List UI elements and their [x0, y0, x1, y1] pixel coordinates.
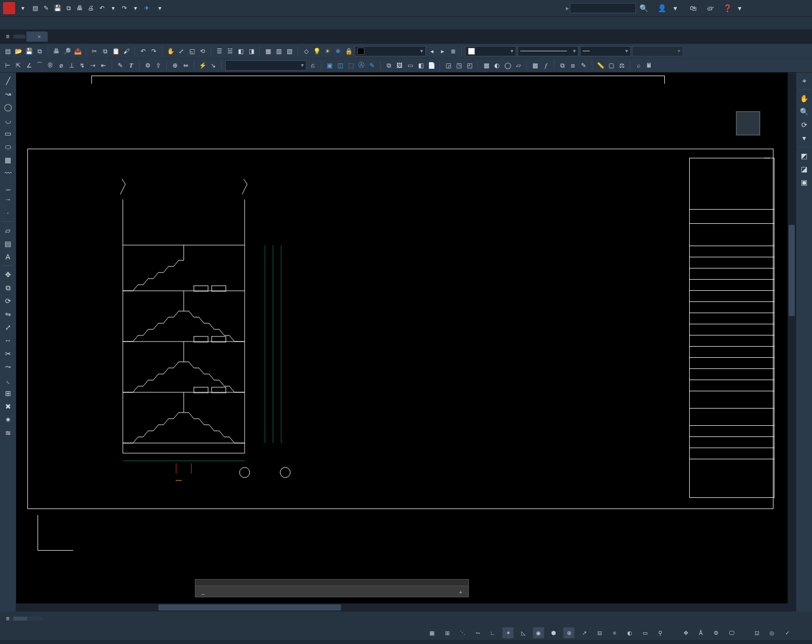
dim-angular-icon[interactable]: ∠ [24, 61, 33, 70]
move-icon[interactable]: ✥ [2, 268, 14, 281]
docwin-close-icon[interactable] [797, 19, 806, 28]
status-infer-icon[interactable]: ⋱ [457, 627, 468, 638]
status-dyn-icon[interactable]: ⥊ [472, 627, 483, 638]
field-icon[interactable]: 𝑓 [541, 61, 550, 70]
status-ducs-icon[interactable]: ↗ [579, 627, 590, 638]
scrollbar-v[interactable] [788, 73, 796, 612]
lineweight-combo[interactable]: ▾ [580, 46, 631, 56]
tab-model[interactable] [13, 617, 27, 621]
status-sc-icon[interactable]: ▭ [639, 627, 651, 638]
offset-icon[interactable]: ≋ [2, 427, 14, 439]
rb-matchprop-icon[interactable]: 🖌 [122, 47, 131, 56]
pline-icon[interactable]: ↝ [2, 88, 14, 100]
close-button[interactable] [791, 1, 809, 15]
rb-save-icon[interactable]: 💾 [24, 47, 33, 56]
status-mode-label[interactable] [416, 632, 422, 634]
status-grid-icon[interactable]: ▦ [426, 627, 437, 638]
dim-arc-icon[interactable]: ⌒ [35, 61, 44, 70]
help-icon[interactable]: ❓ [723, 4, 732, 13]
color-combo[interactable]: ▾ [465, 46, 516, 56]
rb-tpal3-icon[interactable]: ▧ [285, 47, 294, 56]
menu-help[interactable] [126, 22, 136, 25]
spline-icon[interactable]: 〰 [2, 167, 14, 179]
qat-saveall-icon[interactable]: ⧉ [64, 4, 73, 13]
status-hw-icon[interactable]: ⊡ [751, 627, 762, 638]
rb-zoomwin-icon[interactable]: ◱ [187, 47, 196, 56]
dim-dia-icon[interactable]: ⌀ [56, 61, 65, 70]
nav-a2-icon[interactable]: ◪ [798, 163, 810, 175]
rb-publish-icon[interactable]: 📤 [73, 47, 82, 56]
rb-zoomext-icon[interactable]: ⤢ [177, 47, 186, 56]
cart-icon[interactable]: 🛍 [689, 4, 698, 13]
rb-zoomprev-icon[interactable]: ⟲ [198, 47, 207, 56]
rb-tpal1-icon[interactable]: ▦ [263, 47, 273, 56]
qat-redo-icon[interactable]: ↷ [120, 4, 129, 13]
groupedit-icon[interactable]: ✎ [579, 61, 588, 70]
rb-pan-icon[interactable]: ✋ [166, 47, 175, 56]
region2-icon[interactable]: ▱ [2, 224, 14, 236]
battre-icon[interactable]: ✎ [367, 61, 377, 70]
rectangle-icon[interactable]: ▭ [2, 127, 14, 140]
point-icon[interactable]: · [2, 207, 14, 219]
arc-icon[interactable]: ◡ [2, 114, 14, 126]
menu-view[interactable] [25, 22, 36, 25]
dim-style-icon[interactable]: ⚙ [143, 61, 152, 70]
qat-new-icon[interactable]: ▤ [30, 4, 40, 13]
viewcube[interactable] [723, 103, 773, 154]
status-osnap-icon[interactable]: ◉ [533, 627, 544, 638]
help-dd-icon[interactable]: ▾ [735, 4, 744, 13]
dim-linear-icon[interactable]: ⊢ [3, 61, 12, 70]
qat-undo-icon[interactable]: ↶ [97, 4, 107, 13]
table-icon[interactable]: ▦ [530, 61, 539, 70]
line-icon[interactable]: ╱ [2, 75, 14, 87]
status-mon-icon[interactable]: 🖵 [726, 627, 737, 638]
search-input[interactable] [570, 3, 636, 13]
ref2-icon[interactable]: ◳ [454, 61, 463, 70]
copy2-icon[interactable]: ⧉ [2, 282, 14, 294]
array2-icon[interactable]: ⊞ [2, 387, 14, 399]
login-dd-icon[interactable]: ▾ [670, 4, 680, 13]
qcalc-icon[interactable]: 🖩 [645, 61, 654, 70]
status-cfg-icon[interactable] [797, 627, 808, 638]
maximize-button[interactable] [771, 1, 790, 15]
cmd-up-icon[interactable]: ▴ [456, 587, 465, 596]
menu-modify[interactable] [92, 22, 103, 25]
docwin-min-icon[interactable] [774, 19, 784, 28]
status-decimal[interactable] [741, 632, 747, 634]
viewcube-top[interactable] [736, 111, 760, 135]
dim-cont-icon[interactable]: ⇢ [88, 61, 97, 70]
dim-jog-icon[interactable]: ↯ [78, 61, 87, 70]
insert-block-icon[interactable]: ▣ [325, 61, 334, 70]
rb-props-icon[interactable]: ☰ [215, 47, 224, 56]
ref3-icon[interactable]: ◰ [465, 61, 474, 70]
scrollbar-h[interactable] [16, 603, 788, 612]
dim-aligned-icon[interactable]: ⇱ [14, 61, 23, 70]
dim-radius-icon[interactable]: ® [46, 61, 55, 70]
erase-icon[interactable]: ✖ [2, 400, 14, 413]
extend-icon[interactable]: ⤳ [2, 361, 14, 373]
mldstyle-icon[interactable]: ⎌ [308, 61, 317, 70]
menu-draw[interactable] [70, 22, 80, 25]
navbar-wheel-icon[interactable]: ⌖ [798, 75, 810, 87]
status-snap-icon[interactable]: ⊞ [442, 627, 453, 638]
dim-ord-icon[interactable]: ⊥ [67, 61, 76, 70]
status-ortho-icon[interactable]: ∟ [487, 627, 498, 638]
rb-saveas-icon[interactable]: ⧉ [35, 47, 44, 56]
qselect-icon[interactable]: ⌕ [634, 61, 643, 70]
menu-express[interactable] [137, 22, 147, 25]
rb-copy-icon[interactable]: ⧉ [100, 47, 110, 56]
search-icon[interactable]: 🔍 [639, 4, 648, 13]
status-lwt-icon[interactable]: ≡ [609, 627, 620, 638]
ungroup-icon[interactable]: ⧈ [568, 61, 578, 70]
region-icon[interactable]: ▱ [514, 61, 523, 70]
explode-icon[interactable]: ✷ [2, 414, 14, 426]
status-otrack-icon[interactable]: ⊕ [563, 627, 574, 638]
group-icon[interactable]: ⧉ [558, 61, 567, 70]
qat-redo-dd-icon[interactable]: ▾ [131, 4, 140, 13]
ray-icon[interactable]: → [2, 193, 14, 206]
plotstyle-combo[interactable]: ▾ [632, 46, 683, 56]
table2-icon[interactable]: ▤ [2, 238, 14, 250]
drawing-canvas[interactable]: _ ▴ [16, 73, 796, 612]
layer-combo[interactable]: ▾ [355, 46, 426, 56]
status-dyn2-icon[interactable]: ⊟ [594, 627, 605, 638]
